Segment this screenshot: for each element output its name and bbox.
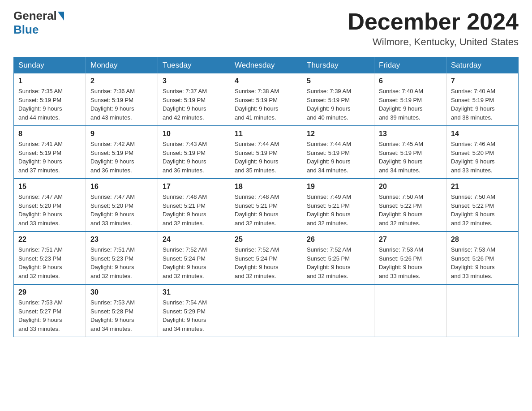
- day-number: 15: [18, 183, 81, 191]
- logo-blue-text: Blue: [13, 23, 39, 36]
- calendar-cell: 13 Sunrise: 7:45 AM Sunset: 5:19 PM Dayl…: [374, 126, 446, 179]
- day-number: 12: [307, 130, 369, 138]
- day-info: Sunrise: 7:53 AM Sunset: 5:27 PM Dayligh…: [18, 298, 81, 333]
- day-number: 27: [379, 235, 442, 244]
- calendar-cell: 25 Sunrise: 7:52 AM Sunset: 5:24 PM Dayl…: [230, 231, 302, 284]
- header-monday: Monday: [86, 57, 158, 74]
- header-friday: Friday: [374, 57, 446, 74]
- day-number: 8: [18, 130, 81, 138]
- day-info: Sunrise: 7:50 AM Sunset: 5:22 PM Dayligh…: [379, 193, 442, 227]
- header-wednesday: Wednesday: [230, 57, 302, 74]
- day-info: Sunrise: 7:52 AM Sunset: 5:24 PM Dayligh…: [235, 245, 297, 280]
- day-number: 22: [18, 235, 81, 244]
- calendar-cell: 16 Sunrise: 7:47 AM Sunset: 5:20 PM Dayl…: [86, 179, 158, 231]
- calendar-cell: 29 Sunrise: 7:53 AM Sunset: 5:27 PM Dayl…: [14, 284, 86, 337]
- day-number: 21: [451, 183, 514, 191]
- day-number: 29: [18, 288, 81, 296]
- day-info: Sunrise: 7:51 AM Sunset: 5:23 PM Dayligh…: [90, 245, 153, 280]
- header-saturday: Saturday: [446, 57, 519, 74]
- calendar-week-row: 1 Sunrise: 7:35 AM Sunset: 5:19 PM Dayli…: [14, 73, 519, 126]
- day-number: 6: [379, 77, 442, 85]
- day-info: Sunrise: 7:40 AM Sunset: 5:19 PM Dayligh…: [451, 87, 514, 122]
- calendar-cell: 21 Sunrise: 7:50 AM Sunset: 5:22 PM Dayl…: [446, 179, 519, 231]
- calendar-cell: 5 Sunrise: 7:39 AM Sunset: 5:19 PM Dayli…: [302, 73, 374, 126]
- calendar-cell: 20 Sunrise: 7:50 AM Sunset: 5:22 PM Dayl…: [374, 179, 446, 231]
- calendar-header-row: SundayMondayTuesdayWednesdayThursdayFrid…: [14, 57, 519, 74]
- day-info: Sunrise: 7:54 AM Sunset: 5:29 PM Dayligh…: [163, 298, 225, 333]
- calendar-cell: 8 Sunrise: 7:41 AM Sunset: 5:19 PM Dayli…: [14, 126, 86, 179]
- calendar-cell: 14 Sunrise: 7:46 AM Sunset: 5:20 PM Dayl…: [446, 126, 519, 179]
- day-info: Sunrise: 7:38 AM Sunset: 5:19 PM Dayligh…: [235, 87, 297, 122]
- day-info: Sunrise: 7:36 AM Sunset: 5:19 PM Dayligh…: [90, 87, 153, 122]
- calendar-cell: 30 Sunrise: 7:53 AM Sunset: 5:28 PM Dayl…: [86, 284, 158, 337]
- day-info: Sunrise: 7:50 AM Sunset: 5:22 PM Dayligh…: [451, 193, 514, 227]
- calendar-cell: 11 Sunrise: 7:44 AM Sunset: 5:19 PM Dayl…: [230, 126, 302, 179]
- day-info: Sunrise: 7:45 AM Sunset: 5:19 PM Dayligh…: [379, 140, 442, 175]
- day-number: 10: [163, 130, 225, 138]
- day-number: 30: [90, 288, 153, 296]
- calendar-cell: 9 Sunrise: 7:42 AM Sunset: 5:19 PM Dayli…: [86, 126, 158, 179]
- calendar-cell: [230, 284, 302, 337]
- calendar-table: SundayMondayTuesdayWednesdayThursdayFrid…: [13, 57, 519, 337]
- day-info: Sunrise: 7:39 AM Sunset: 5:19 PM Dayligh…: [307, 87, 369, 122]
- calendar-week-row: 29 Sunrise: 7:53 AM Sunset: 5:27 PM Dayl…: [14, 284, 519, 337]
- day-number: 18: [235, 183, 297, 191]
- calendar-cell: 10 Sunrise: 7:43 AM Sunset: 5:19 PM Dayl…: [158, 126, 230, 179]
- day-number: 5: [307, 77, 369, 85]
- day-number: 28: [451, 235, 514, 244]
- calendar-cell: 12 Sunrise: 7:44 AM Sunset: 5:19 PM Dayl…: [302, 126, 374, 179]
- day-info: Sunrise: 7:47 AM Sunset: 5:20 PM Dayligh…: [90, 193, 153, 227]
- day-info: Sunrise: 7:52 AM Sunset: 5:24 PM Dayligh…: [163, 245, 225, 280]
- day-info: Sunrise: 7:48 AM Sunset: 5:21 PM Dayligh…: [163, 193, 225, 227]
- day-info: Sunrise: 7:47 AM Sunset: 5:20 PM Dayligh…: [18, 193, 81, 227]
- calendar-cell: 17 Sunrise: 7:48 AM Sunset: 5:21 PM Dayl…: [158, 179, 230, 231]
- calendar-cell: 24 Sunrise: 7:52 AM Sunset: 5:24 PM Dayl…: [158, 231, 230, 284]
- calendar-cell: [374, 284, 446, 337]
- day-number: 19: [307, 183, 369, 191]
- day-info: Sunrise: 7:48 AM Sunset: 5:21 PM Dayligh…: [235, 193, 297, 227]
- calendar-cell: 27 Sunrise: 7:53 AM Sunset: 5:26 PM Dayl…: [374, 231, 446, 284]
- calendar-cell: 19 Sunrise: 7:49 AM Sunset: 5:21 PM Dayl…: [302, 179, 374, 231]
- location-title: Wilmore, Kentucky, United States: [348, 36, 519, 48]
- day-info: Sunrise: 7:41 AM Sunset: 5:19 PM Dayligh…: [18, 140, 81, 175]
- day-number: 31: [163, 288, 225, 296]
- day-info: Sunrise: 7:44 AM Sunset: 5:19 PM Dayligh…: [235, 140, 297, 175]
- page-header: General Blue December 2024 Wilmore, Kent…: [13, 9, 519, 48]
- day-number: 9: [90, 130, 153, 138]
- day-info: Sunrise: 7:40 AM Sunset: 5:19 PM Dayligh…: [379, 87, 442, 122]
- calendar-cell: 3 Sunrise: 7:37 AM Sunset: 5:19 PM Dayli…: [158, 73, 230, 126]
- header-sunday: Sunday: [14, 57, 86, 74]
- calendar-week-row: 22 Sunrise: 7:51 AM Sunset: 5:23 PM Dayl…: [14, 231, 519, 284]
- day-number: 24: [163, 235, 225, 244]
- calendar-cell: 6 Sunrise: 7:40 AM Sunset: 5:19 PM Dayli…: [374, 73, 446, 126]
- day-info: Sunrise: 7:53 AM Sunset: 5:26 PM Dayligh…: [379, 245, 442, 280]
- day-info: Sunrise: 7:37 AM Sunset: 5:19 PM Dayligh…: [163, 87, 225, 122]
- logo: General Blue: [13, 9, 65, 37]
- day-info: Sunrise: 7:46 AM Sunset: 5:20 PM Dayligh…: [451, 140, 514, 175]
- calendar-cell: 22 Sunrise: 7:51 AM Sunset: 5:23 PM Dayl…: [14, 231, 86, 284]
- day-number: 1: [18, 77, 81, 85]
- calendar-cell: 4 Sunrise: 7:38 AM Sunset: 5:19 PM Dayli…: [230, 73, 302, 126]
- calendar-cell: 31 Sunrise: 7:54 AM Sunset: 5:29 PM Dayl…: [158, 284, 230, 337]
- logo-general-text: General: [13, 9, 57, 23]
- day-info: Sunrise: 7:43 AM Sunset: 5:19 PM Dayligh…: [163, 140, 225, 175]
- header-tuesday: Tuesday: [158, 57, 230, 74]
- day-number: 13: [379, 130, 442, 138]
- calendar-cell: [302, 284, 374, 337]
- day-number: 23: [90, 235, 153, 244]
- day-info: Sunrise: 7:44 AM Sunset: 5:19 PM Dayligh…: [307, 140, 369, 175]
- day-number: 14: [451, 130, 514, 138]
- day-number: 3: [163, 77, 225, 85]
- calendar-week-row: 8 Sunrise: 7:41 AM Sunset: 5:19 PM Dayli…: [14, 126, 519, 179]
- calendar-cell: 18 Sunrise: 7:48 AM Sunset: 5:21 PM Dayl…: [230, 179, 302, 231]
- calendar-cell: 23 Sunrise: 7:51 AM Sunset: 5:23 PM Dayl…: [86, 231, 158, 284]
- day-number: 7: [451, 77, 514, 85]
- day-info: Sunrise: 7:49 AM Sunset: 5:21 PM Dayligh…: [307, 193, 369, 227]
- day-number: 11: [235, 130, 297, 138]
- month-title: December 2024: [348, 9, 519, 34]
- logo-triangle-icon: [58, 12, 64, 21]
- calendar-week-row: 15 Sunrise: 7:47 AM Sunset: 5:20 PM Dayl…: [14, 179, 519, 231]
- day-number: 16: [90, 183, 153, 191]
- calendar-cell: 26 Sunrise: 7:52 AM Sunset: 5:25 PM Dayl…: [302, 231, 374, 284]
- day-number: 20: [379, 183, 442, 191]
